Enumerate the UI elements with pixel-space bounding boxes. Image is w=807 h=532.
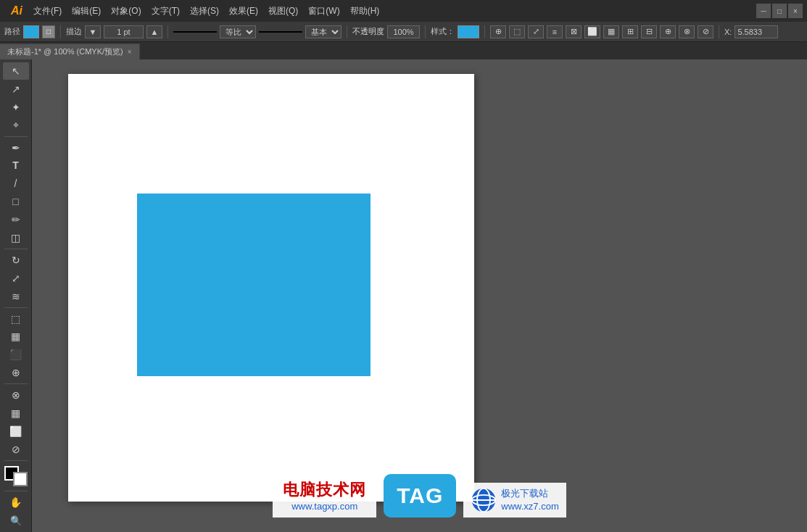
menu-view[interactable]: 视图(Q) <box>264 0 302 22</box>
stroke-value-input[interactable] <box>104 25 144 38</box>
tool-separator-1 <box>4 136 28 137</box>
maximize-button[interactable]: □ <box>772 4 787 18</box>
line-tool-button[interactable]: / <box>3 175 29 192</box>
ai-logo: Ai <box>4 0 29 22</box>
toolbar-icon-7[interactable]: ▦ <box>603 25 619 38</box>
magic-wand-tool-button[interactable]: ✦ <box>3 99 29 116</box>
menu-file[interactable]: 文件(F) <box>29 0 66 22</box>
opacity-label: 不透明度 <box>352 26 384 37</box>
tab-bar: 未标题-1* @ 100% (CMYK/预览) × <box>0 42 807 59</box>
menu-select[interactable]: 选择(S) <box>186 0 223 22</box>
warp-tool-button[interactable]: ≋ <box>3 288 29 305</box>
toolbar-separator-3 <box>347 25 347 38</box>
stroke-label: 描边 <box>66 26 82 37</box>
toolbar: 路径 □ 描边 ▼ ▲ 等比 基本 不透明度 样式： ⊕ ⬚ ⤢ ≡ ⊠ ⬜ ▦… <box>0 22 807 42</box>
tool-separator-6 <box>4 491 28 491</box>
line-style-preview-2 <box>259 31 302 33</box>
symbol-tool-button[interactable]: ⊗ <box>3 386 29 404</box>
toolbar-icon-1[interactable]: ⊕ <box>490 25 506 38</box>
toolbar-icon-9[interactable]: ⊟ <box>641 25 657 38</box>
svg-point-0 <box>472 489 495 512</box>
canvas-area: 电脑技术网 www.tagxp.com TAG 极光下载站 www.xz7.co… <box>32 59 807 532</box>
zoom-tool-button[interactable]: 🔍 <box>3 512 29 529</box>
toolbar-icon-6[interactable]: ⬜ <box>584 25 600 38</box>
blend-tool-button[interactable]: ⊕ <box>3 364 29 381</box>
style-label: 样式： <box>431 26 455 37</box>
minimize-button[interactable]: ─ <box>756 4 771 18</box>
hand-tool-button[interactable]: ✋ <box>3 494 29 511</box>
window-controls: ─ □ × <box>756 4 803 18</box>
menu-help[interactable]: 帮助(H) <box>346 0 384 22</box>
stroke-increase-button[interactable]: ▲ <box>146 25 162 38</box>
menu-text[interactable]: 文字(T) <box>147 0 184 22</box>
toolbox: ↖ ↗ ✦ ⌖ ✒ T / □ ✏ ◫ ↻ ⤢ ≋ ⬚ ▦ ⬛ ⊕ ⊗ ▦ ⬜ … <box>0 59 32 532</box>
toolbar-icon-12[interactable]: ⊘ <box>698 25 713 38</box>
tool-separator-3 <box>4 307 28 308</box>
menu-effect[interactable]: 效果(E) <box>225 0 262 22</box>
stroke-color-swatch[interactable] <box>23 25 39 38</box>
rotate-tool-button[interactable]: ↻ <box>3 252 29 269</box>
gradient-tool-button[interactable]: ▦ <box>3 328 29 345</box>
main-area: ↖ ↗ ✦ ⌖ ✒ T / □ ✏ ◫ ↻ ⤢ ≋ ⬚ ▦ ⬛ ⊕ ⊗ ▦ ⬜ … <box>0 59 807 532</box>
watermark-logo-icon <box>471 487 497 513</box>
watermark-right-logo-text: 极光下载站 <box>501 487 558 500</box>
rectangle-tool-button[interactable]: □ <box>3 193 29 210</box>
toolbar-separator-4 <box>425 25 426 38</box>
toolbar-separator-5 <box>484 25 485 38</box>
pencil-tool-button[interactable]: ✏ <box>3 211 29 228</box>
document-tab[interactable]: 未标题-1* @ 100% (CMYK/预览) × <box>0 43 140 59</box>
watermark-right-url: www.xz7.com <box>501 500 558 513</box>
tool-separator-5 <box>4 460 28 461</box>
toolbar-icon-3[interactable]: ⤢ <box>528 25 544 38</box>
slice-tool-button[interactable]: ⊘ <box>3 441 29 458</box>
menu-bar: 文件(F) 编辑(E) 对象(O) 文字(T) 选择(S) 效果(E) 视图(Q… <box>29 0 384 22</box>
toolbar-icon-2[interactable]: ⬚ <box>509 25 525 38</box>
svg-point-3 <box>472 495 495 505</box>
path-label: 路径 <box>4 26 20 37</box>
tab-close-button[interactable]: × <box>128 48 132 56</box>
close-button[interactable]: × <box>788 4 803 18</box>
x-coord-input[interactable] <box>734 25 778 38</box>
document-canvas <box>68 74 474 502</box>
title-bar: Ai 文件(F) 编辑(E) 对象(O) 文字(T) 选择(S) 效果(E) 视… <box>0 0 807 22</box>
tab-label: 未标题-1* @ 100% (CMYK/预览) <box>7 46 123 57</box>
watermark-right: 极光下载站 www.xz7.com <box>463 483 566 518</box>
graph-tool-button[interactable]: ⬚ <box>3 310 29 328</box>
fill-none-swatch[interactable]: □ <box>42 25 55 38</box>
svg-point-1 <box>477 489 490 512</box>
toolbar-separator-2 <box>167 25 168 38</box>
artboard-tool-button[interactable]: ⬜ <box>3 423 29 440</box>
toolbar-icon-8[interactable]: ⊞ <box>622 25 638 38</box>
toolbar-icon-10[interactable]: ⊕ <box>660 25 676 38</box>
pen-tool-button[interactable]: ✒ <box>3 139 29 157</box>
background-color[interactable] <box>13 472 28 486</box>
color-swatch-area[interactable] <box>3 466 29 486</box>
stroke-decrease-button[interactable]: ▼ <box>85 25 101 38</box>
style-preview[interactable] <box>458 25 479 38</box>
menu-edit[interactable]: 编辑(E) <box>67 0 105 22</box>
type-tool-button[interactable]: T <box>3 157 29 174</box>
lasso-tool-button[interactable]: ⌖ <box>3 117 29 134</box>
toolbar-separator-1 <box>60 25 61 38</box>
line-style-select[interactable]: 等比 <box>220 25 256 38</box>
line-style-preview <box>173 31 217 33</box>
selection-tool-button[interactable]: ↖ <box>3 62 29 80</box>
opacity-input[interactable] <box>387 25 420 38</box>
line-end-select[interactable]: 基本 <box>305 25 342 38</box>
eraser-tool-button[interactable]: ◫ <box>3 229 29 246</box>
tool-separator-2 <box>4 249 28 249</box>
scale-tool-button[interactable]: ⤢ <box>3 270 29 287</box>
watermark-right-text: 极光下载站 www.xz7.com <box>501 487 558 513</box>
menu-window[interactable]: 窗口(W) <box>304 0 344 22</box>
toolbar-separator-6 <box>719 25 719 38</box>
toolbar-icon-11[interactable]: ⊗ <box>679 25 695 38</box>
toolbar-icon-4[interactable]: ≡ <box>547 25 563 38</box>
direct-selection-tool-button[interactable]: ↗ <box>3 80 29 98</box>
blue-rectangle[interactable] <box>137 194 371 376</box>
watermark-url: www.tagxp.com <box>283 501 366 512</box>
menu-object[interactable]: 对象(O) <box>107 0 145 22</box>
x-label: X: <box>724 28 732 36</box>
toolbar-icon-5[interactable]: ⊠ <box>566 25 582 38</box>
column-graph-tool-button[interactable]: ▦ <box>3 404 29 422</box>
eyedropper-tool-button[interactable]: ⬛ <box>3 346 29 363</box>
